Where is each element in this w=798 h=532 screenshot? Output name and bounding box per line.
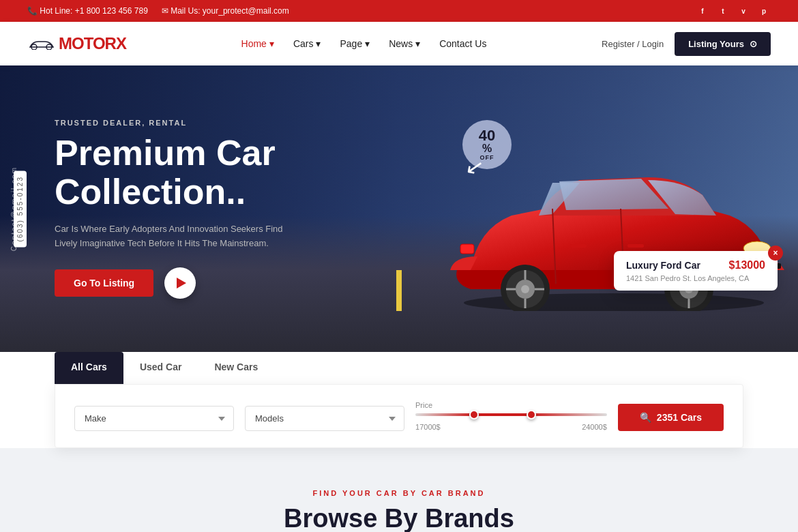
search-bar: Make BMW Ford Toyota Models Sedan SUV Co… [55,384,743,448]
price-slider-row [415,413,607,416]
mail-label: Mail Us: [171,6,200,16]
logo-text: MOTORX [59,34,126,53]
logo[interactable]: MOTORX [27,34,126,53]
nav-right: Register / Login Listing Yours ⊙ [602,32,771,56]
hotline-number[interactable]: +1 800 123 456 789 [75,6,148,16]
nav-news[interactable]: News ▾ [389,38,420,49]
price-card-top: Luxury Ford Car $13000 [626,259,765,271]
brands-section-title: Browse By Brands [55,504,743,532]
listing-label: Listing Yours [688,39,744,49]
side-contact-text: Contact@gmail.com [10,166,18,251]
nav-home[interactable]: Home ▾ [241,38,274,49]
price-max: 24000$ [582,423,607,431]
news-dropdown-icon: ▾ [415,38,420,49]
top-bar: 📞 Hot Line: +1 800 123 456 789 ✉ Mail Us… [0,0,798,22]
top-bar-left: 📞 Hot Line: +1 800 123 456 789 ✉ Mail Us… [27,6,289,16]
search-button[interactable]: 🔍 2351 Cars [618,404,724,431]
brands-section: FIND YOUR CAR BY CAR BRAND Browse By Bra… [0,448,798,532]
tab-new-cars[interactable]: New Cars [198,352,274,384]
range-handle-right[interactable] [527,410,536,419]
mail-icon: ✉ [162,6,168,16]
page-dropdown-icon: ▾ [365,38,370,49]
nav-contact[interactable]: Contact Us [439,38,486,49]
svg-rect-6 [460,244,474,254]
listing-yours-button[interactable]: Listing Yours ⊙ [675,32,771,56]
pinterest-icon[interactable]: p [757,4,771,18]
register-login-link[interactable]: Register / Login [602,39,664,49]
nav-page[interactable]: Page ▾ [340,38,370,49]
logo-car-icon [27,38,56,50]
hero-description: Car Is Where Early Adopters And Innovati… [55,222,286,251]
hero-subtitle: TRUSTED DEALER, RENTAL [55,119,286,127]
home-dropdown-icon: ▾ [269,38,274,49]
mail-address[interactable]: your_protect@mail.com [203,6,289,16]
search-section: All Cars Used Car New Cars Make BMW Ford… [0,352,798,448]
price-group: Price 17000$ 24000$ [415,401,607,431]
nav-cars[interactable]: Cars ▾ [293,38,321,49]
models-select[interactable]: Models Sedan SUV Coupe [245,406,404,431]
social-links: f t v p [696,4,771,18]
facebook-icon[interactable]: f [696,4,709,18]
play-icon [177,278,186,289]
hero-title: Premium Car Collection.. [55,134,286,211]
make-select[interactable]: Make BMW Ford Toyota [74,406,234,431]
navbar: MOTORX Home ▾ Cars ▾ Page ▾ News ▾ Conta… [0,22,798,65]
price-min: 17000$ [415,423,441,431]
side-contact-container: Contact@gmail.com [0,65,27,352]
tab-all-cars[interactable]: All Cars [55,352,123,384]
price-label: Price [415,401,607,409]
search-button-label: 2351 Cars [657,412,702,423]
price-card: × Luxury Ford Car $13000 1421 San Pedro … [614,251,778,291]
twitter-icon[interactable]: t [716,4,730,18]
make-group: Make BMW Ford Toyota [74,406,234,431]
hotline-label: Hot Line: [40,6,72,16]
svg-rect-23 [627,244,644,248]
price-car-name: Luxury Ford Car [626,260,700,271]
hero-section: Contact@gmail.com TRUSTED DEALER, RENTAL… [0,65,798,352]
road-center-line [396,270,402,311]
brands-section-label: FIND YOUR CAR BY CAR BRAND [55,489,743,497]
price-amount: $13000 [729,259,765,271]
vimeo-icon[interactable]: v [737,4,750,18]
listing-icon: ⊙ [750,39,757,49]
discount-number: 40 [479,128,495,143]
svg-rect-24 [570,244,587,248]
hero-buttons: Go To Listing [55,267,286,299]
tab-used-car[interactable]: Used Car [123,352,198,384]
models-group: Models Sedan SUV Coupe [245,406,404,431]
hotline-info: 📞 Hot Line: +1 800 123 456 789 [27,6,148,16]
logo-motor: MOTOR [59,34,116,53]
range-handle-left[interactable] [469,410,479,419]
price-range-slider[interactable] [415,413,607,416]
price-card-close[interactable]: × [768,246,783,261]
search-tabs: All Cars Used Car New Cars [0,352,798,384]
phone-icon: 📞 [27,6,38,16]
discount-percent: % [482,143,492,154]
play-video-button[interactable] [164,267,196,299]
mail-info: ✉ Mail Us: your_protect@mail.com [162,6,289,16]
svg-point-10 [521,285,529,293]
price-address: 1421 San Pedro St. Los Angeles, CA [626,274,765,282]
goto-listing-button[interactable]: Go To Listing [55,269,153,297]
cars-dropdown-icon: ▾ [316,38,321,49]
search-icon: 🔍 [640,412,651,423]
hero-content: TRUSTED DEALER, RENTAL Premium Car Colle… [0,119,341,299]
price-values: 17000$ 24000$ [415,423,607,431]
logo-x: X [116,34,126,53]
nav-links: Home ▾ Cars ▾ Page ▾ News ▾ Contact Us [241,38,487,49]
hero-wrapper: Contact@gmail.com TRUSTED DEALER, RENTAL… [0,65,798,352]
